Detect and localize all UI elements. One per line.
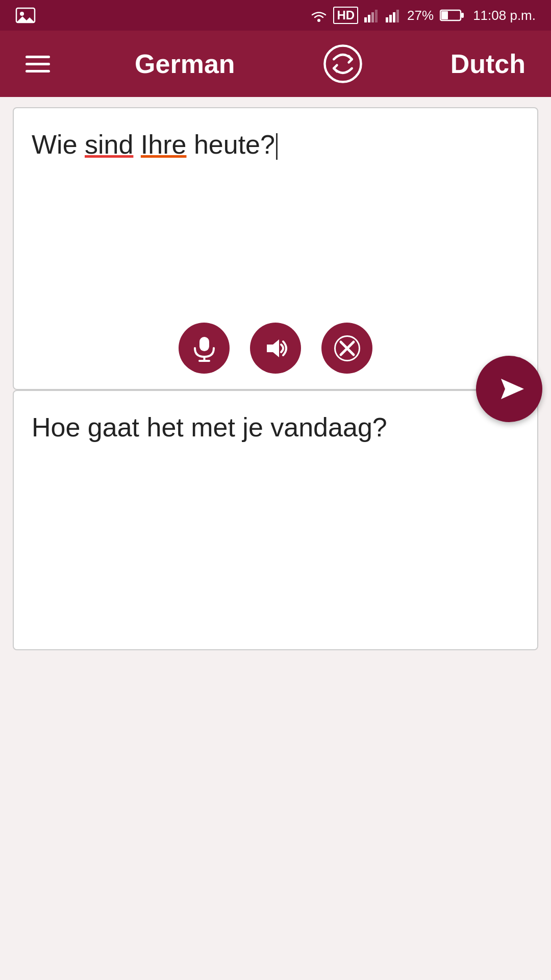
svg-point-14 [324,45,361,82]
svg-rect-7 [386,17,388,22]
output-text: Hoe gaat het met je vandaag? [14,391,537,456]
word-ihre: Ihre [141,130,187,159]
signal-icon-2 [386,8,401,22]
menu-button[interactable] [26,56,50,72]
source-panel: Wie sind Ihre heute? [13,107,538,390]
action-buttons-row [14,312,537,389]
hd-badge: HD [333,7,358,24]
svg-rect-9 [393,12,395,22]
time-display: 11:08 p.m. [473,8,536,23]
panels-wrapper: Wie sind Ihre heute? [13,107,538,650]
swap-languages-button[interactable] [320,41,366,87]
svg-rect-8 [389,15,392,22]
word-sind: sind [85,130,133,159]
battery-icon [440,9,464,22]
svg-marker-18 [267,339,279,357]
svg-rect-15 [199,337,209,351]
status-bar: HD 27% 11:08 p.m. [0,0,551,31]
source-panel-wrapper: Wie sind Ihre heute? [13,107,538,390]
battery-percentage: 27% [407,8,434,23]
svg-rect-3 [364,17,367,22]
cursor [276,133,278,160]
status-icons: HD 27% 11:08 p.m. [311,7,536,24]
microphone-button[interactable] [179,323,230,374]
main-content: Wie sind Ihre heute? [0,97,551,660]
app-header: German Dutch [0,31,551,97]
output-panel: Hoe gaat het met je vandaag? [13,390,538,650]
svg-point-2 [317,19,320,22]
svg-marker-22 [501,379,524,399]
svg-rect-6 [375,10,378,22]
svg-rect-4 [368,15,370,22]
svg-rect-13 [461,13,464,18]
target-language-label[interactable]: Dutch [450,48,525,79]
source-text-display[interactable]: Wie sind Ihre heute? [14,108,537,312]
svg-rect-5 [371,12,374,22]
svg-point-1 [20,12,24,16]
speaker-button[interactable] [250,323,301,374]
svg-rect-12 [441,11,448,19]
clear-button[interactable] [321,323,372,374]
source-language-label[interactable]: German [135,48,235,79]
send-button[interactable] [476,356,542,422]
svg-rect-10 [396,10,399,22]
wifi-icon [311,8,327,22]
image-icon [15,5,36,26]
signal-icon-1 [364,8,380,22]
